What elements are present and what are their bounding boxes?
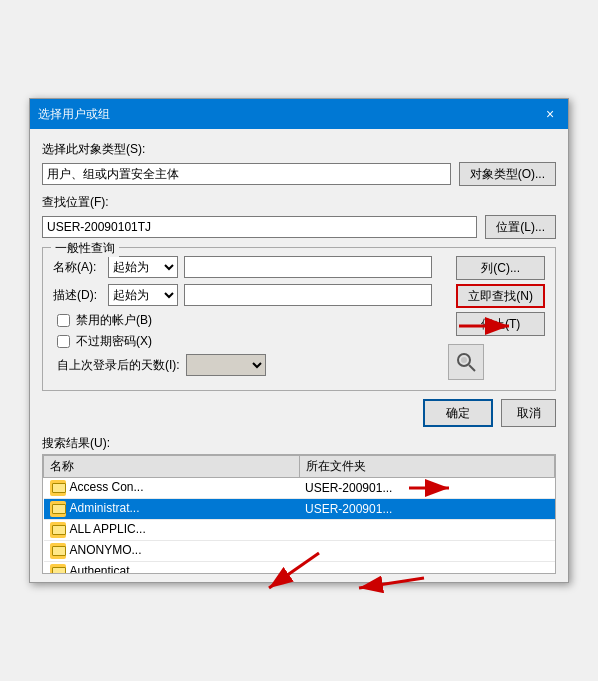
desc-row: 描述(D): 起始为 <box>53 284 432 306</box>
column-button[interactable]: 列(C)... <box>456 256 545 280</box>
table-row[interactable]: Access Con...USER-200901... <box>44 478 555 499</box>
user-icon <box>50 480 66 496</box>
search-magnifier-icon <box>455 351 477 373</box>
general-query-groupbox: 一般性查询 名称(A): 起始为 描述(D): <box>42 247 556 391</box>
search-results-table[interactable]: 名称 所在文件夹 Access Con...USER-200901...Admi… <box>42 454 556 574</box>
location-input[interactable] <box>42 216 477 238</box>
table-row[interactable]: ALL APPLIC... <box>44 520 555 541</box>
close-button[interactable]: × <box>540 104 560 124</box>
no-expire-label: 不过期密码(X) <box>76 333 152 350</box>
no-expire-checkbox-row: 不过期密码(X) <box>53 333 432 350</box>
location-button[interactable]: 位置(L)... <box>485 215 556 239</box>
table-row[interactable]: Administrat...USER-200901... <box>44 499 555 520</box>
cell-name: Access Con... <box>44 478 300 499</box>
no-expire-checkbox[interactable] <box>57 335 70 348</box>
name-label: 名称(A): <box>53 259 108 276</box>
desc-combo[interactable]: 起始为 <box>108 284 178 306</box>
object-type-row: 对象类型(O)... <box>42 162 556 186</box>
cell-name: Authenticat... <box>44 562 300 575</box>
days-row: 自上次登录后的天数(I): <box>53 354 432 376</box>
cell-name: ALL APPLIC... <box>44 520 300 541</box>
search-results-label: 搜索结果(U): <box>42 435 556 452</box>
table-row[interactable]: Authenticat... <box>44 562 555 575</box>
col-folder: 所在文件夹 <box>299 456 555 478</box>
title-bar: 选择用户或组 × <box>30 99 568 129</box>
disabled-label: 禁用的帐户(B) <box>76 312 152 329</box>
name-row: 名称(A): 起始为 <box>53 256 432 278</box>
svg-line-1 <box>469 365 475 371</box>
location-row: 位置(L)... <box>42 215 556 239</box>
name-combo[interactable]: 起始为 <box>108 256 178 278</box>
desc-input[interactable] <box>184 284 432 306</box>
desc-label: 描述(D): <box>53 287 108 304</box>
user-icon <box>50 543 66 559</box>
days-label: 自上次登录后的天数(I): <box>57 357 180 374</box>
object-type-label: 选择此对象类型(S): <box>42 141 556 158</box>
svg-point-2 <box>461 357 467 363</box>
cell-folder <box>299 562 555 575</box>
disabled-checkbox-row: 禁用的帐户(B) <box>53 312 432 329</box>
name-input[interactable] <box>184 256 432 278</box>
user-icon <box>50 564 66 574</box>
ok-button[interactable]: 确定 <box>423 399 493 427</box>
cell-name: Administrat... <box>44 499 300 520</box>
cell-folder: USER-200901... <box>299 478 555 499</box>
dialog-title: 选择用户或组 <box>38 106 110 123</box>
right-buttons-panel: 列(C)... 立即查找(N) 停止(T) <box>448 256 545 380</box>
cell-folder: USER-200901... <box>299 499 555 520</box>
cell-folder <box>299 541 555 562</box>
select-user-dialog: 选择用户或组 × 选择此对象类型(S): 对象类型(O)... 查找位置(F):… <box>29 98 569 583</box>
location-label: 查找位置(F): <box>42 194 556 211</box>
cell-name: ANONYMO... <box>44 541 300 562</box>
table-row[interactable]: ANONYMO... <box>44 541 555 562</box>
search-now-button[interactable]: 立即查找(N) <box>456 284 545 308</box>
disabled-checkbox[interactable] <box>57 314 70 327</box>
cancel-button[interactable]: 取消 <box>501 399 556 427</box>
groupbox-title: 一般性查询 <box>51 240 119 257</box>
object-type-input[interactable] <box>42 163 451 185</box>
user-icon <box>50 522 66 538</box>
cell-folder <box>299 520 555 541</box>
object-type-button[interactable]: 对象类型(O)... <box>459 162 556 186</box>
search-icon-box[interactable] <box>448 344 484 380</box>
stop-button[interactable]: 停止(T) <box>456 312 545 336</box>
col-name: 名称 <box>44 456 300 478</box>
bottom-buttons: 确定 取消 <box>42 399 556 427</box>
days-input[interactable] <box>186 354 266 376</box>
user-icon <box>50 501 66 517</box>
